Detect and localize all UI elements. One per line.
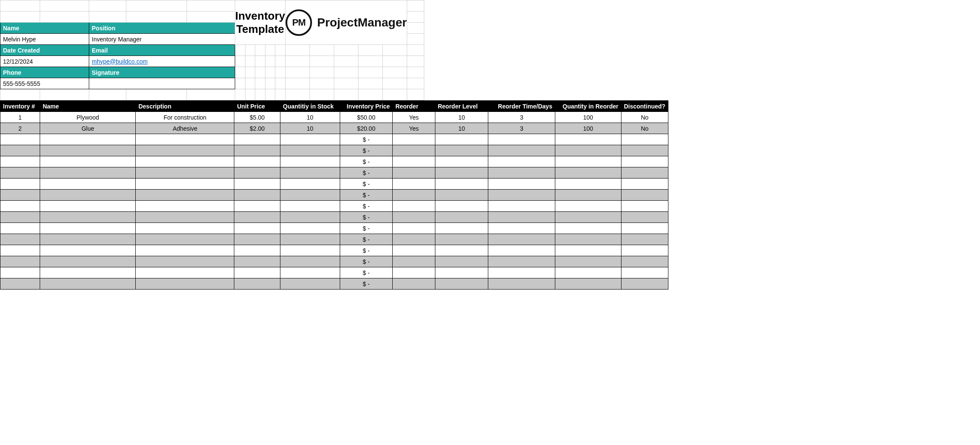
cell-num[interactable]: 1 (0, 112, 40, 123)
cell-disc[interactable] (621, 223, 668, 234)
cell-name[interactable] (40, 267, 136, 278)
cell-disc[interactable] (621, 145, 668, 156)
cell-reo[interactable] (393, 201, 435, 212)
cell-reo[interactable] (393, 234, 435, 245)
cell-disc[interactable] (621, 156, 668, 167)
cell-reqty[interactable]: 100 (555, 112, 621, 123)
cell-invp[interactable]: $ - (340, 156, 393, 167)
cell-invp[interactable]: $ - (340, 256, 393, 267)
value-email[interactable]: mhype@buildco.com (89, 56, 235, 67)
cell-relvl[interactable]: 10 (435, 112, 488, 123)
cell-reqty[interactable] (555, 190, 621, 201)
cell-disc[interactable] (621, 256, 668, 267)
cell-relvl[interactable] (435, 190, 488, 201)
cell-redays[interactable]: 3 (488, 123, 555, 134)
cell-desc[interactable] (136, 145, 234, 156)
cell-redays[interactable] (488, 201, 555, 212)
cell-price[interactable] (234, 278, 280, 290)
cell-price[interactable] (234, 179, 280, 190)
cell-name[interactable] (40, 156, 136, 167)
cell-redays[interactable] (488, 212, 555, 223)
cell-qty[interactable] (280, 278, 340, 290)
table-row[interactable]: $ - (0, 234, 668, 245)
cell-redays[interactable] (488, 190, 555, 201)
cell-reo[interactable] (393, 156, 435, 167)
cell-name[interactable] (40, 245, 136, 256)
cell-disc[interactable] (621, 201, 668, 212)
cell-reo[interactable] (393, 145, 435, 156)
table-row[interactable]: $ - (0, 179, 668, 190)
cell-invp[interactable]: $ - (340, 278, 393, 290)
cell-name[interactable]: Plywood (40, 112, 136, 123)
cell-reqty[interactable] (555, 145, 621, 156)
cell-num[interactable] (0, 234, 40, 245)
cell-reqty[interactable] (555, 234, 621, 245)
cell-reo[interactable] (393, 134, 435, 145)
cell-name[interactable] (40, 179, 136, 190)
cell-relvl[interactable] (435, 256, 488, 267)
cell-name[interactable] (40, 134, 136, 145)
cell-invp[interactable]: $ - (340, 234, 393, 245)
cell-relvl[interactable] (435, 267, 488, 278)
cell-invp[interactable]: $ - (340, 201, 393, 212)
cell-reo[interactable]: Yes (393, 123, 435, 134)
cell-name[interactable] (40, 256, 136, 267)
cell-price[interactable] (234, 212, 280, 223)
cell-invp[interactable]: $ - (340, 223, 393, 234)
cell-desc[interactable] (136, 212, 234, 223)
cell-desc[interactable] (136, 167, 234, 179)
cell-qty[interactable] (280, 156, 340, 167)
cell-num[interactable] (0, 167, 40, 179)
cell-disc[interactable]: No (621, 112, 668, 123)
cell-reqty[interactable] (555, 245, 621, 256)
cell-invp[interactable]: $ - (340, 212, 393, 223)
value-position[interactable]: Inventory Manager (89, 34, 235, 45)
cell-reqty[interactable] (555, 278, 621, 290)
cell-disc[interactable] (621, 167, 668, 179)
value-signature[interactable] (89, 78, 235, 89)
table-row[interactable]: $ - (0, 267, 668, 278)
cell-qty[interactable]: 10 (280, 123, 340, 134)
value-date[interactable]: 12/12/2024 (0, 56, 89, 67)
cell-qty[interactable]: 10 (280, 112, 340, 123)
cell-disc[interactable]: No (621, 123, 668, 134)
cell-qty[interactable] (280, 223, 340, 234)
table-row[interactable]: $ - (0, 201, 668, 212)
cell-reo[interactable] (393, 167, 435, 179)
cell-redays[interactable] (488, 179, 555, 190)
cell-desc[interactable] (136, 278, 234, 290)
cell-relvl[interactable] (435, 223, 488, 234)
table-row[interactable]: $ - (0, 134, 668, 145)
cell-relvl[interactable] (435, 245, 488, 256)
cell-reqty[interactable] (555, 167, 621, 179)
cell-disc[interactable] (621, 234, 668, 245)
table-row[interactable]: $ - (0, 278, 668, 290)
cell-num[interactable] (0, 245, 40, 256)
cell-price[interactable] (234, 256, 280, 267)
cell-reqty[interactable] (555, 212, 621, 223)
cell-desc[interactable]: Adhesive (136, 123, 234, 134)
cell-redays[interactable] (488, 167, 555, 179)
cell-num[interactable] (0, 223, 40, 234)
cell-reo[interactable] (393, 179, 435, 190)
cell-reo[interactable]: Yes (393, 112, 435, 123)
cell-redays[interactable]: 3 (488, 112, 555, 123)
cell-reqty[interactable] (555, 223, 621, 234)
cell-price[interactable]: $5.00 (234, 112, 280, 123)
cell-relvl[interactable] (435, 167, 488, 179)
cell-qty[interactable] (280, 167, 340, 179)
cell-invp[interactable]: $ - (340, 245, 393, 256)
table-row[interactable]: $ - (0, 256, 668, 267)
cell-reo[interactable] (393, 190, 435, 201)
cell-disc[interactable] (621, 134, 668, 145)
cell-redays[interactable] (488, 234, 555, 245)
cell-reqty[interactable] (555, 201, 621, 212)
cell-qty[interactable] (280, 134, 340, 145)
cell-num[interactable]: 2 (0, 123, 40, 134)
cell-redays[interactable] (488, 145, 555, 156)
cell-relvl[interactable]: 10 (435, 123, 488, 134)
cell-num[interactable] (0, 278, 40, 290)
cell-price[interactable] (234, 145, 280, 156)
cell-disc[interactable] (621, 190, 668, 201)
cell-qty[interactable] (280, 201, 340, 212)
